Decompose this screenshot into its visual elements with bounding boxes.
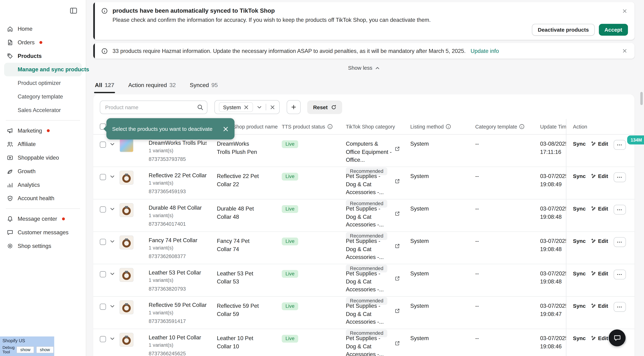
more-actions-button[interactable]: ...: [614, 172, 626, 182]
edit-button[interactable]: Edit: [591, 205, 608, 212]
sidebar-item-orders[interactable]: Orders: [0, 36, 86, 49]
accept-button[interactable]: Accept: [599, 24, 628, 36]
sidebar-item-shop-settings[interactable]: Shop settings: [0, 239, 86, 253]
expand-row-icon[interactable]: [110, 304, 115, 309]
chevron-down-icon[interactable]: [257, 104, 262, 110]
sidebar-item-analytics[interactable]: Analytics: [0, 178, 86, 192]
sidebar-item-products[interactable]: Products: [0, 49, 86, 63]
search-input[interactable]: [100, 100, 208, 114]
shopify-product-name[interactable]: Durable 48 Pet Collar: [149, 205, 206, 211]
shopify-product-name[interactable]: DreamWorks Trolls Plush Pen: [149, 140, 206, 146]
tab-synced[interactable]: Synced 95: [189, 80, 218, 93]
tab-action-required[interactable]: Action required 32: [127, 80, 176, 93]
row-checkbox[interactable]: [100, 206, 106, 213]
show-less-button[interactable]: Show less: [348, 65, 380, 71]
col-tts-product-status: TTS product status: [282, 124, 325, 129]
edit-button[interactable]: Edit: [591, 270, 608, 277]
sync-button[interactable]: Sync: [573, 172, 586, 179]
sidebar-item-customer-messages[interactable]: Customer messages: [0, 226, 86, 239]
close-icon[interactable]: [621, 7, 628, 15]
row-checkbox[interactable]: [100, 142, 106, 148]
sync-button[interactable]: Sync: [573, 302, 586, 309]
more-actions-button[interactable]: ...: [614, 237, 626, 247]
shopify-product-name[interactable]: Leather 53 Pet Collar: [149, 270, 206, 276]
expand-row-icon[interactable]: [110, 239, 115, 244]
expand-row-icon[interactable]: [110, 142, 115, 147]
sidebar-item-affiliate[interactable]: Affiliate: [0, 137, 86, 151]
sidebar-item-marketing[interactable]: Marketing: [0, 124, 86, 137]
update-date: 03-07/2025: [540, 334, 564, 343]
expand-row-icon[interactable]: [110, 174, 115, 179]
shopify-product-name[interactable]: Reflective 59 Pet Collar: [149, 302, 206, 308]
expand-row-icon[interactable]: [110, 206, 115, 212]
more-actions-button[interactable]: ...: [614, 302, 626, 312]
deactivate-products-button[interactable]: Deactivate products: [532, 24, 595, 36]
collapse-sidebar-icon[interactable]: [70, 6, 78, 15]
edit-button[interactable]: Edit: [591, 172, 608, 179]
remove-filter-icon[interactable]: [244, 104, 249, 110]
category-name: Pet Supplies - Dog & Cat Accessories -..…: [346, 270, 392, 294]
shopify-product-name[interactable]: Leather 10 Pet Collar: [149, 334, 206, 341]
row-checkbox[interactable]: [100, 239, 106, 245]
update-time: 19:08:47: [540, 310, 564, 319]
add-filter-button[interactable]: [287, 100, 301, 114]
close-icon[interactable]: [222, 126, 228, 132]
external-link-icon[interactable]: [395, 308, 400, 314]
info-icon[interactable]: [519, 124, 524, 129]
sync-button[interactable]: Sync: [573, 205, 586, 212]
sidebar-item-home[interactable]: Home: [0, 22, 86, 36]
sync-button[interactable]: Sync: [573, 140, 586, 147]
reset-button[interactable]: Reset: [307, 100, 342, 114]
sidebar-item-shoppable-video[interactable]: Shoppable video: [0, 151, 86, 165]
sidebar-item-account-health[interactable]: Account health: [0, 192, 86, 205]
external-link-icon[interactable]: [395, 243, 400, 249]
product-image: [120, 203, 134, 217]
edit-button[interactable]: Edit: [591, 302, 608, 309]
sidebar-item-category-template[interactable]: Category template: [4, 90, 82, 103]
listing-method: System: [410, 303, 429, 309]
edit-button[interactable]: Edit: [591, 140, 608, 147]
update-info-link[interactable]: Update info: [470, 48, 499, 54]
sync-button[interactable]: Sync: [573, 270, 586, 277]
info-icon[interactable]: [446, 124, 451, 129]
debug-show-button-2[interactable]: show: [36, 346, 54, 353]
sync-button[interactable]: Sync: [573, 237, 586, 244]
shopify-product-name[interactable]: Reflective 22 Pet Collar: [149, 172, 206, 178]
sidebar-item-label: Marketing: [18, 128, 42, 134]
external-link-icon[interactable]: [395, 276, 400, 281]
clear-filter-icon[interactable]: [270, 104, 275, 110]
chat-fab-button[interactable]: [609, 330, 626, 346]
more-actions-button[interactable]: ...: [614, 205, 626, 215]
listing-method: System: [410, 238, 429, 244]
sync-button[interactable]: Sync: [573, 334, 586, 341]
category-name: Pet Supplies - Dog & Cat Accessories -..…: [346, 172, 392, 196]
more-actions-button[interactable]: ...: [614, 270, 626, 279]
row-checkbox[interactable]: [100, 174, 106, 180]
row-checkbox[interactable]: [100, 271, 106, 277]
side-badge[interactable]: 134M: [627, 135, 644, 145]
external-link-icon[interactable]: [395, 179, 400, 184]
debug-show-button-1[interactable]: show: [17, 346, 34, 353]
external-link-icon[interactable]: [395, 146, 400, 151]
close-icon[interactable]: [621, 47, 628, 54]
expand-row-icon[interactable]: [110, 271, 115, 277]
scrollbar[interactable]: [640, 92, 643, 105]
sidebar-item-manage-and-sync-products[interactable]: Manage and sync products: [4, 63, 82, 76]
external-link-icon[interactable]: [395, 211, 400, 216]
tab-all[interactable]: All 127: [94, 80, 115, 93]
expand-row-icon[interactable]: [110, 336, 115, 341]
sidebar-item-product-optimizer[interactable]: Product optimizer: [4, 76, 82, 90]
more-actions-button[interactable]: ...: [614, 140, 626, 150]
row-checkbox[interactable]: [100, 304, 106, 310]
edit-button[interactable]: Edit: [591, 237, 608, 244]
sidebar-item-sales-accelerator[interactable]: Sales Accelerator: [4, 103, 82, 117]
sidebar-item-message-center[interactable]: Message center: [0, 212, 86, 226]
shopify-product-name[interactable]: Fancy 74 Pet Collar: [149, 237, 206, 243]
edit-button[interactable]: Edit: [591, 334, 608, 341]
sidebar-item-growth[interactable]: Growth: [0, 165, 86, 178]
external-link-icon[interactable]: [395, 341, 400, 346]
info-icon[interactable]: [327, 124, 332, 129]
row-checkbox[interactable]: [100, 336, 106, 342]
sidebar: HomeOrdersProductsManage and sync produc…: [0, 0, 86, 356]
filter-chip-system[interactable]: System: [219, 102, 253, 112]
